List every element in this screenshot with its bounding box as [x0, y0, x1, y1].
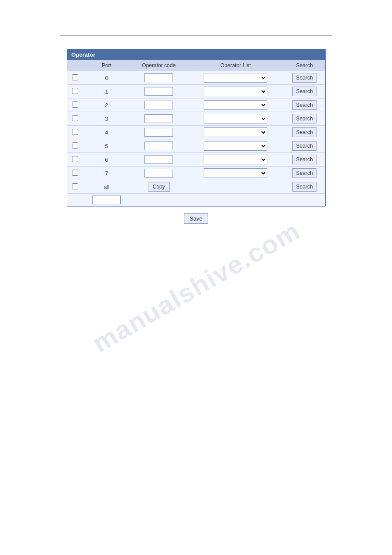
- table-row: 1Search: [67, 85, 325, 98]
- operator-list-select-6[interactable]: [204, 155, 267, 164]
- page-wrapper: Operator Port Operator code Operator Lis…: [0, 0, 392, 224]
- checkbox-row-5[interactable]: [72, 142, 78, 149]
- extra-input-row: [67, 194, 325, 207]
- operator-list-select-4[interactable]: [204, 127, 267, 137]
- checkbox-row-2[interactable]: [72, 102, 78, 108]
- checkbox-row-3[interactable]: [72, 115, 78, 121]
- col-operator-code: Operator code: [130, 60, 187, 71]
- save-button[interactable]: Save: [184, 213, 208, 224]
- operator-panel: Operator Port Operator code Operator Lis…: [67, 49, 326, 207]
- search-button-0[interactable]: Search: [292, 73, 316, 83]
- search-button-6[interactable]: Search: [292, 155, 316, 164]
- operator-code-input-0[interactable]: [144, 73, 173, 82]
- search-button-8[interactable]: Search: [292, 182, 316, 192]
- checkbox-row-8[interactable]: [72, 183, 78, 189]
- operator-list-select-0[interactable]: [204, 73, 267, 83]
- table-row: 2Search: [67, 98, 325, 112]
- operator-code-input-6[interactable]: [144, 155, 173, 164]
- port-7: 7: [83, 167, 130, 180]
- panel-title: Operator: [67, 49, 325, 60]
- operator-list-select-3[interactable]: [204, 114, 267, 123]
- operator-list-empty: [187, 180, 284, 194]
- port-4: 4: [83, 126, 130, 139]
- port-1: 1: [83, 85, 130, 98]
- save-section: Save: [184, 213, 208, 224]
- checkbox-row-0[interactable]: [72, 74, 78, 80]
- extra-empty-1: [67, 194, 83, 207]
- checkbox-row-7[interactable]: [72, 170, 78, 176]
- checkbox-row-4[interactable]: [72, 129, 78, 135]
- port-3: 3: [83, 112, 130, 126]
- table-header-row: Port Operator code Operator List Search: [67, 60, 325, 71]
- col-port: Port: [83, 60, 130, 71]
- search-button-4[interactable]: Search: [292, 127, 316, 137]
- port-6: 6: [83, 153, 130, 167]
- table-row: 6Search: [67, 153, 325, 167]
- checkbox-row-1[interactable]: [72, 88, 78, 94]
- table-row: allCopySearch: [67, 180, 325, 194]
- col-checkbox: [67, 60, 83, 71]
- search-button-5[interactable]: Search: [292, 141, 316, 151]
- table-row: 5Search: [67, 139, 325, 153]
- operator-list-select-7[interactable]: [204, 168, 267, 178]
- extra-code-input[interactable]: [92, 196, 121, 204]
- table-row: 4Search: [67, 126, 325, 139]
- table-row: 3Search: [67, 112, 325, 126]
- port-5: 5: [83, 139, 130, 153]
- operator-code-input-5[interactable]: [144, 141, 173, 150]
- table-row: 0Search: [67, 71, 325, 85]
- port-2: 2: [83, 98, 130, 112]
- copy-button[interactable]: Copy: [148, 182, 170, 192]
- checkbox-row-6[interactable]: [72, 156, 78, 162]
- search-button-3[interactable]: Search: [292, 114, 316, 123]
- col-operator-list: Operator List: [187, 60, 284, 71]
- search-button-7[interactable]: Search: [292, 168, 316, 178]
- operator-code-input-4[interactable]: [144, 128, 173, 137]
- operator-list-select-2[interactable]: [204, 100, 267, 110]
- table-row: 7Search: [67, 167, 325, 180]
- port-8: all: [83, 180, 130, 194]
- operator-code-input-1[interactable]: [144, 87, 173, 96]
- search-button-1[interactable]: Search: [292, 87, 316, 96]
- watermark: manualshive.com: [87, 215, 305, 359]
- operator-table: Port Operator code Operator List Search …: [67, 60, 325, 206]
- top-divider: [60, 35, 332, 36]
- search-button-2[interactable]: Search: [292, 100, 316, 110]
- operator-code-input-7[interactable]: [144, 169, 173, 178]
- port-0: 0: [83, 71, 130, 85]
- extra-empty-2: [130, 194, 325, 207]
- operator-code-input-2[interactable]: [144, 101, 173, 109]
- operator-list-select-1[interactable]: [204, 87, 267, 96]
- col-search: Search: [284, 60, 325, 71]
- operator-list-select-5[interactable]: [204, 141, 267, 151]
- operator-code-input-3[interactable]: [144, 114, 173, 123]
